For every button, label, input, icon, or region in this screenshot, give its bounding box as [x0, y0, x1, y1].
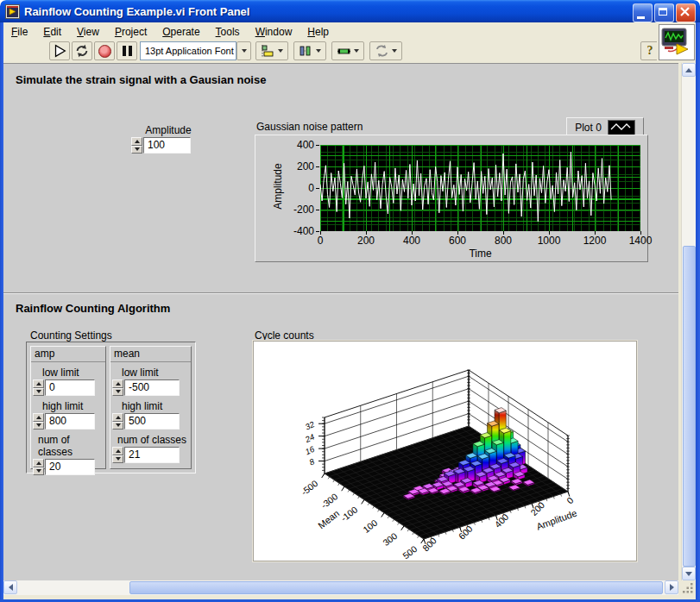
mean-num-classes-control[interactable]: 21 — [112, 447, 191, 463]
z-tick-label: 8 — [307, 456, 316, 467]
distribute-objects-icon — [299, 44, 313, 58]
menu-window[interactable]: Window — [248, 23, 300, 41]
amp-num-classes-field[interactable]: 20 — [45, 459, 95, 475]
run-continuous-icon — [74, 43, 90, 59]
mean-low-limit-control[interactable]: -500 — [112, 379, 191, 396]
y-axis-label: Amplitude — [272, 152, 284, 221]
mean-high-limit-field[interactable]: 500 — [124, 413, 180, 430]
amplitude-field[interactable]: 100 — [143, 137, 191, 154]
scroll-left-button[interactable] — [3, 580, 17, 594]
mean-tick-label: 100 — [361, 517, 379, 535]
titlebar[interactable]: Rainflow Counting Example.vi Front Panel — [0, 0, 700, 22]
increment-button[interactable] — [131, 137, 142, 146]
increment-button[interactable] — [112, 413, 123, 422]
menu-view[interactable]: View — [69, 23, 107, 41]
increment-button[interactable] — [112, 447, 123, 455]
pause-button[interactable] — [117, 41, 137, 60]
x-tick — [412, 231, 413, 235]
amp-high-limit-field[interactable]: 800 — [45, 413, 95, 430]
vertical-scroll-thumb[interactable] — [683, 246, 696, 567]
resize-grip[interactable] — [678, 580, 696, 595]
minimize-button[interactable] — [633, 3, 653, 22]
labview-logo-panel — [657, 22, 696, 63]
run-continuous-button[interactable] — [72, 41, 92, 60]
menu-operate[interactable]: Operate — [155, 23, 207, 41]
mean-tick-label: -500 — [299, 478, 319, 497]
menu-edit[interactable]: Edit — [35, 23, 69, 41]
section-divider-highlight — [3, 293, 678, 294]
resize-objects-button[interactable] — [331, 41, 364, 60]
scroll-down-button[interactable] — [682, 567, 696, 580]
decrement-button[interactable] — [131, 146, 142, 154]
plot-line-style-icon[interactable] — [608, 120, 635, 135]
scroll-up-button[interactable] — [682, 63, 696, 77]
mean-num-classes-spinner[interactable] — [112, 447, 123, 463]
noise-waveform — [320, 152, 611, 222]
run-button[interactable] — [49, 41, 70, 60]
horizontal-scrollbar[interactable] — [3, 580, 678, 595]
amp-num-classes-spinner[interactable] — [33, 459, 44, 475]
align-objects-button[interactable] — [255, 41, 288, 60]
decrement-button[interactable] — [112, 388, 123, 397]
y-tick — [316, 231, 319, 232]
abort-button[interactable] — [94, 41, 115, 60]
amp-high-limit-spinner[interactable] — [33, 413, 44, 430]
menu-tools[interactable]: Tools — [208, 23, 248, 41]
increment-button[interactable] — [112, 379, 123, 388]
mean-high-limit-control[interactable]: 500 — [112, 413, 191, 430]
x-tick — [595, 231, 596, 235]
decrement-button[interactable] — [33, 388, 44, 397]
amp-low-limit-label: low limit — [42, 367, 105, 379]
font-selector[interactable]: 13pt Application Font — [140, 41, 236, 60]
decrement-button[interactable] — [33, 467, 44, 476]
decrement-button[interactable] — [112, 455, 123, 464]
amp-low-limit-control[interactable]: 0 — [33, 379, 105, 396]
amp-low-limit-field[interactable]: 0 — [45, 379, 95, 396]
amp-high-limit-label: high limit — [42, 400, 105, 412]
x-tick-label: 400 — [394, 235, 429, 247]
menu-project[interactable]: Project — [107, 23, 155, 41]
y-tick — [316, 166, 319, 167]
amp-cluster: amp low limit 0 high limit 800 num of cl… — [30, 346, 106, 469]
amplitude-control[interactable]: 100 — [131, 137, 191, 154]
mean-high-limit-spinner[interactable] — [112, 413, 123, 430]
mean-low-limit-field[interactable]: -500 — [124, 379, 180, 396]
x-tick — [549, 231, 550, 235]
menu-help[interactable]: Help — [300, 23, 337, 41]
scroll-right-button[interactable] — [665, 580, 678, 594]
resize-objects-icon — [337, 44, 351, 58]
gaussian-chart-title: Gaussian noise pattern — [256, 121, 363, 133]
decrement-button[interactable] — [112, 422, 123, 430]
increment-button[interactable] — [33, 379, 44, 388]
x-tick-label: 800 — [486, 235, 520, 247]
increment-button[interactable] — [33, 459, 44, 467]
window-border-left — [0, 22, 3, 599]
amplitude-tick-label: 0 — [564, 495, 576, 506]
decrement-button[interactable] — [33, 422, 44, 430]
reorder-button[interactable] — [369, 41, 402, 60]
mean-low-limit-spinner[interactable] — [112, 379, 123, 396]
z-tick-label: 24 — [303, 432, 316, 445]
font-selector-dropdown[interactable] — [236, 41, 251, 60]
maximize-button[interactable] — [654, 3, 674, 22]
horizontal-scroll-thumb[interactable] — [129, 581, 663, 594]
front-panel: Simulate the strain signal with a Gausia… — [3, 63, 678, 580]
close-button[interactable] — [676, 3, 696, 22]
toolbar: 13pt Application Font — [3, 41, 657, 64]
amp-low-limit-spinner[interactable] — [33, 379, 44, 396]
abort-icon — [98, 45, 111, 58]
menu-file[interactable]: File — [3, 23, 35, 41]
menubar: File Edit View Project Operate Tools Win… — [3, 22, 657, 41]
x-tick — [503, 231, 504, 235]
x-tick-label: 200 — [349, 235, 383, 247]
vertical-scrollbar[interactable] — [681, 63, 696, 580]
mean-num-classes-field[interactable]: 21 — [124, 447, 180, 463]
amp-num-classes-control[interactable]: 20 — [33, 459, 105, 475]
counting-settings-label: Counting Settings — [30, 329, 112, 342]
amplitude-spinner[interactable] — [131, 137, 142, 154]
vi-app-icon[interactable] — [5, 4, 20, 19]
increment-button[interactable] — [33, 413, 44, 422]
x-tick — [366, 231, 367, 235]
amp-high-limit-control[interactable]: 800 — [33, 413, 105, 430]
distribute-objects-button[interactable] — [293, 41, 326, 60]
